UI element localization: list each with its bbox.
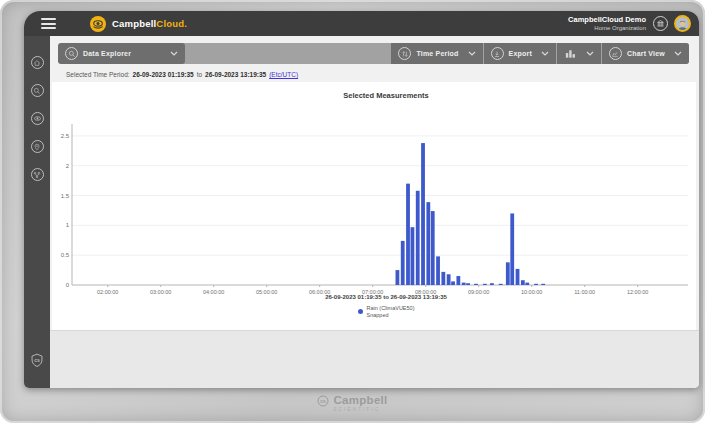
time-period-button[interactable]: Time Period	[391, 43, 482, 64]
toolbar: Data Explorer Time Period	[58, 43, 689, 64]
y-axis-label: 0.5	[61, 252, 70, 258]
sidebar: cs	[24, 36, 50, 388]
footer-brand-name: Campbell	[333, 395, 387, 407]
rain-bar[interactable]	[431, 211, 435, 285]
sidebar-item-network[interactable]	[31, 168, 44, 181]
home-icon	[33, 59, 41, 67]
chevron-down-icon	[674, 51, 682, 56]
export-download-icon	[491, 47, 504, 60]
chevron-down-icon	[586, 51, 594, 56]
campbell-shield-icon: cs	[30, 353, 44, 368]
export-button[interactable]: Export	[484, 43, 556, 64]
brand-wordmark: CampbellCloud.	[112, 18, 187, 29]
campbellcloud-logo-icon	[90, 16, 106, 32]
campbell-logo-icon: cs	[317, 395, 329, 407]
legend-date-range: 26-09-2023 01:19:35 to 26-09-2023 13:19:…	[76, 294, 696, 300]
data-explorer-label: Data Explorer	[83, 50, 131, 57]
rain-bar[interactable]	[411, 227, 415, 285]
search-icon	[33, 87, 41, 95]
chart-title: Selected Measurements	[52, 82, 696, 100]
chart-legend: 26-09-2023 01:19:35 to 26-09-2023 13:19:…	[76, 294, 696, 318]
rain-bar[interactable]	[510, 213, 514, 285]
rain-bar[interactable]	[451, 281, 455, 285]
user-avatar[interactable]	[674, 15, 691, 32]
data-explorer-menu-button[interactable]: Data Explorer	[58, 43, 185, 64]
y-axis-label: 2.5	[61, 133, 70, 139]
export-label: Export	[509, 50, 532, 57]
sidebar-item-data-explorer[interactable]	[31, 84, 44, 97]
rain-bar[interactable]	[466, 283, 470, 285]
account-name: CampbellCloud Demo	[568, 16, 646, 24]
eye-icon	[33, 114, 42, 123]
rain-bar[interactable]	[521, 280, 525, 285]
rain-bar[interactable]	[436, 256, 440, 285]
rain-bar[interactable]	[534, 284, 538, 285]
chart-view-button[interactable]: Chart View	[602, 43, 689, 64]
sidebar-item-visualizations[interactable]	[31, 112, 44, 125]
footer-brand-sub: SCIENTIFIC	[333, 408, 387, 413]
chart-panel: Selected Measurements 00.511.522.502:00:…	[52, 82, 696, 330]
chevron-down-icon	[468, 51, 476, 56]
rain-bar[interactable]	[474, 284, 478, 285]
chevron-down-icon	[170, 51, 178, 56]
rain-bar[interactable]	[421, 143, 425, 285]
rain-bar[interactable]	[447, 274, 451, 285]
timezone-link[interactable]: (Etc/UTC)	[269, 71, 298, 78]
y-axis-label: 0	[66, 282, 70, 288]
rain-bar[interactable]	[541, 284, 545, 285]
y-axis-label: 1	[66, 222, 70, 228]
rain-bar[interactable]	[490, 283, 494, 285]
location-icon	[33, 143, 41, 151]
measurements-bar-chart[interactable]: 00.511.522.502:00:0003:00:0004:00:0005:0…	[52, 108, 698, 300]
legend-series-label: Rain (ClimaVUE50) Snapped	[367, 305, 415, 318]
organization-button[interactable]	[653, 16, 668, 31]
rain-bar[interactable]	[516, 269, 520, 285]
toolbar-spacer	[185, 43, 391, 64]
chart-view-icon	[609, 47, 622, 60]
footer-brand: cs Campbell SCIENTIFIC	[0, 395, 705, 412]
rain-bar[interactable]	[416, 191, 420, 285]
series-subtitle: Snapped	[367, 312, 389, 318]
app-header: CampbellCloud. CampbellCloud Demo Home O…	[24, 11, 699, 36]
toolbar-button-group: Time Period Export	[391, 43, 689, 64]
brand-campbell: Campbell	[112, 18, 156, 29]
rain-bar[interactable]	[462, 283, 466, 285]
chart-view-label: Chart View	[627, 50, 665, 57]
screen: CampbellCloud. CampbellCloud Demo Home O…	[0, 0, 705, 423]
rain-bar[interactable]	[483, 284, 487, 285]
hamburger-menu-button[interactable]	[41, 18, 56, 29]
person-icon	[676, 18, 689, 31]
rain-bar[interactable]	[401, 241, 405, 285]
status-start-datetime: 26-09-2023 01:19:35	[133, 71, 194, 78]
legend-marker	[358, 309, 363, 314]
account-info: CampbellCloud Demo Home Organization	[568, 16, 646, 32]
rain-bar[interactable]	[426, 202, 430, 285]
main-content: Data Explorer Time Period	[50, 36, 699, 388]
search-icon	[65, 47, 78, 60]
time-period-icon	[398, 47, 411, 60]
rain-bar[interactable]	[396, 270, 400, 285]
chart-type-button[interactable]	[557, 43, 601, 64]
hamburger-icon	[41, 18, 56, 20]
svg-text:cs: cs	[321, 398, 327, 404]
campbell-shield-button[interactable]: cs	[30, 353, 44, 372]
status-joiner: to	[197, 71, 202, 78]
rain-bar[interactable]	[441, 272, 445, 285]
selected-time-period-status: Selected Time Period: 26-09-2023 01:19:3…	[66, 71, 298, 78]
rain-bar[interactable]	[406, 184, 410, 285]
rain-bar[interactable]	[506, 262, 510, 285]
bar-chart-icon	[564, 48, 577, 59]
rain-bar[interactable]	[499, 284, 503, 285]
y-axis-label: 1.5	[61, 193, 70, 199]
network-icon	[33, 171, 41, 179]
content-footer-strip	[50, 330, 699, 388]
legend-item-rain[interactable]: Rain (ClimaVUE50) Snapped	[358, 305, 415, 318]
sidebar-item-home[interactable]	[31, 56, 44, 69]
status-prefix: Selected Time Period:	[66, 71, 130, 78]
rain-bar[interactable]	[456, 276, 460, 285]
rain-bar[interactable]	[525, 283, 529, 285]
chevron-down-icon	[541, 51, 549, 56]
sidebar-item-assets[interactable]	[31, 140, 44, 153]
time-period-label: Time Period	[416, 50, 458, 57]
y-axis-label: 2	[66, 163, 70, 169]
